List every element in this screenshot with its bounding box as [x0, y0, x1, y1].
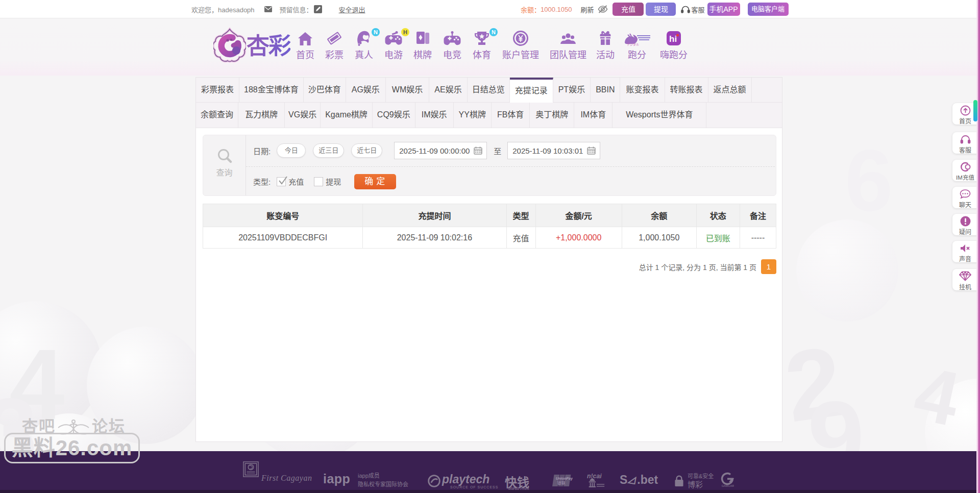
svg-text:银联: 银联 — [557, 481, 566, 486]
svg-text:n!cai: n!cai — [587, 473, 602, 480]
svg-text:UnionPay: UnionPay — [556, 477, 573, 481]
svg-text:GAMCARE: GAMCARE — [722, 484, 734, 487]
svg-text:hi: hi — [669, 34, 677, 44]
svg-text:デジタル: デジタル — [627, 42, 639, 46]
